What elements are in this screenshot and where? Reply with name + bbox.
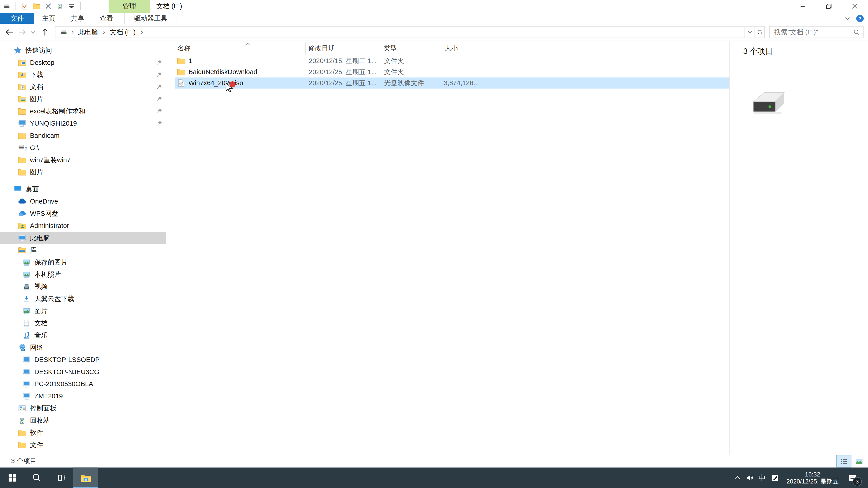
up-button[interactable]: [40, 27, 50, 37]
ribbon-collapse-icon[interactable]: [844, 15, 851, 22]
sidebar-item-control-panel[interactable]: 控制面板: [0, 402, 166, 414]
customize-quick-access-icon[interactable]: [68, 2, 75, 10]
ime-mode-button[interactable]: [769, 474, 781, 482]
screen: 管理 文档 (E:) 文件 主页 共享: [0, 0, 868, 488]
help-button[interactable]: ?: [856, 14, 864, 22]
main-area: 快速访问 Desktop 下载: [0, 41, 868, 455]
close-button[interactable]: [842, 0, 868, 13]
window-controls: [790, 0, 868, 13]
sidebar-item-this-pc[interactable]: 此电脑: [0, 232, 166, 244]
sidebar-item-wps-cloud[interactable]: WPS网盘: [0, 207, 166, 220]
sidebar-item-recycle-bin[interactable]: 回收站: [0, 414, 166, 427]
sidebar-item-videos[interactable]: 视频: [0, 281, 166, 293]
sidebar-item-music[interactable]: 音乐: [0, 329, 166, 341]
sidebar-item-onedrive[interactable]: OneDrive: [0, 195, 166, 207]
contextual-tab-manage[interactable]: 管理: [109, 0, 150, 13]
tab-share[interactable]: 共享: [63, 13, 92, 24]
file-row-baidunetdiskdownload[interactable]: BaiduNetdiskDownload 2020/12/25, 星期五 1..…: [175, 66, 730, 77]
chevron-right-icon[interactable]: [70, 30, 75, 35]
restore-button[interactable]: [816, 0, 842, 13]
file-row-1[interactable]: 1 2020/12/15, 星期二 1... 文件夹: [175, 55, 730, 66]
sidebar-item-icon: [22, 355, 31, 364]
sidebar-item-files[interactable]: 文件: [0, 439, 166, 451]
back-button[interactable]: [4, 27, 14, 37]
new-folder-icon[interactable]: [33, 2, 40, 10]
status-bar: 3 个项目: [0, 455, 868, 467]
file-icon: [177, 78, 186, 88]
delete-icon[interactable]: [44, 2, 52, 10]
sidebar-item-pc-20190530obla[interactable]: PC-20190530OBLA: [0, 378, 166, 390]
tab-file[interactable]: 文件: [0, 13, 34, 24]
sidebar-item-camera-roll[interactable]: 本机照片: [0, 268, 166, 281]
task-view-icon: [56, 473, 66, 483]
hidden-icons-button[interactable]: [731, 474, 743, 482]
sidebar-item-zmt2019[interactable]: ZMT2019: [0, 390, 166, 402]
tab-view[interactable]: 查看: [92, 13, 121, 24]
start-button[interactable]: [0, 467, 24, 488]
task-view-button[interactable]: [49, 467, 73, 488]
sidebar-item-software[interactable]: 软件: [0, 427, 166, 439]
sidebar-item-documents-library[interactable]: 文档: [0, 317, 166, 329]
properties-icon[interactable]: [21, 2, 29, 10]
refresh-button[interactable]: [754, 27, 764, 38]
sidebar-item-desktop[interactable]: Desktop: [0, 57, 166, 69]
file-row-win7x64-2020-iso[interactable]: Win7x64_2020.iso 2020/12/25, 星期五 1... 光盘…: [175, 77, 730, 89]
sidebar-item-icon: [22, 258, 31, 267]
column-header-date-modified[interactable]: 修改日期: [306, 42, 381, 55]
ribbon-tabs: 文件 主页 共享 查看 驱动器工具 ?: [0, 13, 868, 24]
minimize-button[interactable]: [790, 0, 816, 13]
search-box[interactable]: 搜索"文档 (E:)": [770, 26, 864, 38]
sidebar-item-label: PC-20190530OBLA: [34, 380, 93, 388]
separator: [16, 2, 16, 10]
recent-locations-icon[interactable]: [30, 29, 36, 35]
column-header-name[interactable]: 名称: [175, 42, 306, 55]
volume-button[interactable]: [743, 474, 755, 482]
sidebar-item-bandicam[interactable]: Bandicam: [0, 129, 166, 142]
taskbar-clock[interactable]: 16:32 2020/12/25, 星期五: [784, 470, 841, 485]
tab-home[interactable]: 主页: [34, 13, 63, 24]
pen-square-icon: [771, 474, 779, 482]
sidebar-item-downloads[interactable]: 下载: [0, 69, 166, 81]
sidebar-item-pictures-library[interactable]: 图片: [0, 305, 166, 317]
sidebar-item-icon: [22, 380, 31, 388]
sidebar-item-win7-folder[interactable]: win7重装win7: [0, 154, 166, 166]
taskbar-search-button[interactable]: [24, 467, 49, 488]
ime-indicator[interactable]: 中: [755, 473, 769, 483]
sidebar-item-label: 图片: [34, 306, 48, 316]
sidebar-item-documents[interactable]: 文档: [0, 81, 166, 93]
action-center-button[interactable]: 3: [844, 473, 861, 482]
drive-icon[interactable]: [3, 2, 10, 10]
chevron-right-icon[interactable]: [101, 30, 106, 35]
sidebar-item-yunqishi2019[interactable]: YUNQISHI2019: [0, 117, 166, 129]
sidebar-item-cloud-download[interactable]: 天翼云盘下载: [0, 293, 166, 305]
forward-button[interactable]: [17, 27, 27, 37]
sidebar-item-administrator[interactable]: Administrator: [0, 220, 166, 232]
file-explorer-taskbar-button[interactable]: [73, 467, 98, 488]
sidebar-item-network[interactable]: 网络: [0, 341, 166, 354]
column-header-size[interactable]: 大小: [442, 42, 483, 55]
details-view-button[interactable]: [837, 455, 851, 467]
sidebar-item-saved-pictures[interactable]: 保存的图片: [0, 256, 166, 268]
quick-access-toolbar: [3, 2, 82, 10]
breadcrumb-segment[interactable]: 此电脑: [75, 27, 101, 37]
sidebar-item-label: 文件: [30, 440, 43, 450]
sidebar-item-desktop-njeu3cg[interactable]: DESKTOP-NJEU3CG: [0, 366, 166, 378]
address-dropdown-button[interactable]: [744, 27, 754, 38]
sidebar-item-pictures-2[interactable]: 图片: [0, 166, 166, 178]
file-explorer-icon: [80, 472, 91, 483]
sidebar-item-pictures[interactable]: 图片: [0, 93, 166, 105]
sidebar-item-quick-access[interactable]: 快速访问: [0, 44, 166, 57]
sidebar-item-g-drive[interactable]: ? G:\: [0, 142, 166, 154]
recycle-bin-icon[interactable]: [56, 2, 64, 10]
sidebar-item-label: 视频: [34, 282, 48, 291]
sidebar-item-libraries[interactable]: 库: [0, 244, 166, 256]
breadcrumb-segment[interactable]: 文档 (E:): [107, 27, 138, 37]
thumbnails-view-button[interactable]: [852, 455, 866, 467]
sidebar-item-desktop-lssoedp[interactable]: DESKTOP-LSSOEDP: [0, 354, 166, 366]
column-header-type[interactable]: 类型: [381, 42, 442, 55]
address-bar[interactable]: 此电脑文档 (E:): [55, 26, 765, 38]
sidebar-item-desktop-root[interactable]: 桌面: [0, 183, 166, 195]
tab-drive-tools[interactable]: 驱动器工具: [124, 13, 177, 24]
chevron-right-icon[interactable]: [139, 30, 144, 35]
sidebar-item-excel-folder[interactable]: excel表格制作求和: [0, 105, 166, 117]
